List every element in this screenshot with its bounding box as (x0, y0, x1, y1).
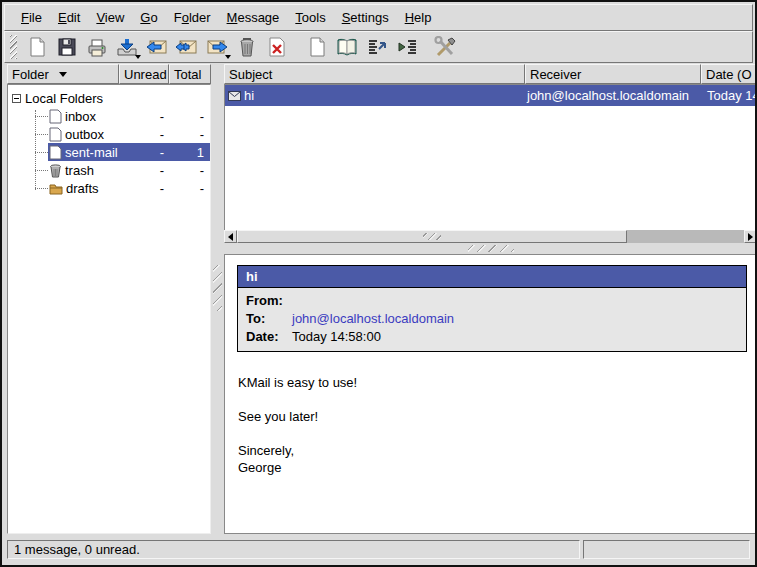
delete-icon (266, 36, 288, 58)
folder-pane-headers: Folder Unread Total (7, 64, 211, 84)
trash-icon (237, 36, 257, 58)
to-address-link[interactable]: john@localhost.localdomain (292, 312, 454, 326)
folder-item-outbox[interactable]: outbox - - (8, 125, 210, 143)
new-message-button[interactable] (22, 33, 52, 61)
save-button[interactable] (52, 33, 82, 61)
check-mail-button[interactable] (112, 33, 142, 61)
menu-view[interactable]: View (88, 7, 132, 28)
horizontal-splitter-handle[interactable] (224, 243, 757, 254)
toolbar (4, 31, 753, 63)
scrollbar-trough[interactable] (627, 230, 744, 243)
document-icon (49, 109, 62, 124)
forward-button[interactable] (202, 33, 232, 61)
statusbar: 1 message, 0 unread. (4, 536, 753, 563)
menu-settings[interactable]: Settings (334, 7, 397, 28)
mark-list-button[interactable] (362, 33, 392, 61)
envelope-icon (228, 91, 241, 101)
folder-tree: Local Folders inbox - - outbox - - (7, 84, 211, 534)
reply-all-button[interactable] (172, 33, 202, 61)
folder-item-drafts[interactable]: drafts - - (8, 179, 210, 197)
menu-tools[interactable]: Tools (287, 7, 333, 28)
menu-go[interactable]: Go (132, 7, 165, 28)
arrow-right-icon (748, 233, 753, 241)
folder-item-sent-mail[interactable]: sent-mail - 1 (8, 143, 210, 161)
folder-item-inbox[interactable]: inbox - - (8, 107, 210, 125)
menu-edit[interactable]: Edit (50, 7, 88, 28)
menu-folder[interactable]: Folder (166, 7, 219, 28)
configure-icon (433, 36, 457, 58)
new-page-icon (306, 36, 328, 58)
reply-all-icon (175, 36, 199, 58)
horizontal-scrollbar (224, 230, 757, 243)
new-page-button[interactable] (302, 33, 332, 61)
menu-help[interactable]: Help (397, 7, 440, 28)
menu-message[interactable]: Message (219, 7, 288, 28)
menubar: File Edit View Go Folder Message Tools S… (4, 4, 753, 31)
sort-arrow-icon (59, 72, 67, 77)
subject-column-header[interactable]: Subject (224, 64, 525, 84)
menu-file[interactable]: File (13, 7, 50, 28)
folder-column-header[interactable]: Folder (7, 64, 119, 84)
message-body: KMail is easy to use! See you later! Sin… (238, 374, 756, 476)
message-list-pane: Subject Receiver Date (O hi john@localho… (224, 64, 757, 243)
scrollbar-grip-icon (423, 233, 441, 240)
to-label: To: (246, 312, 292, 326)
status-message-panel: 1 message, 0 unread. (7, 540, 580, 559)
message-subject-title: hi (238, 266, 746, 288)
print-button[interactable] (82, 33, 112, 61)
date-column-header[interactable]: Date (O (701, 64, 757, 84)
reply-icon (145, 36, 169, 58)
address-book-icon (335, 36, 359, 58)
folder-root-local-folders[interactable]: Local Folders (8, 89, 210, 107)
scroll-right-button[interactable] (744, 230, 757, 243)
print-icon (86, 36, 108, 58)
check-mail-dropdown-caret[interactable] (135, 55, 141, 59)
configure-button[interactable] (430, 33, 460, 61)
date-label: Date: (246, 330, 292, 344)
splitter-grip-icon (468, 245, 514, 252)
arrow-left-icon (228, 233, 233, 241)
mark-list-icon (366, 36, 388, 58)
trash-icon (49, 163, 62, 178)
unread-column-header[interactable]: Unread (119, 64, 169, 84)
total-column-header[interactable]: Total (169, 64, 211, 84)
date-value: Today 14:58:00 (292, 330, 381, 344)
jump-list-button[interactable] (392, 33, 422, 61)
address-book-button[interactable] (332, 33, 362, 61)
jump-list-icon (396, 36, 418, 58)
message-preview-pane: hi From: To: john@localhost.localdomain … (224, 254, 757, 534)
status-secondary-panel (583, 540, 750, 559)
message-list-headers: Subject Receiver Date (O (224, 64, 757, 84)
from-label: From: (246, 294, 292, 308)
folder-pane: Folder Unread Total Local Folders inbox … (7, 64, 211, 534)
tree-connector-line (35, 110, 36, 190)
trash-button[interactable] (232, 33, 262, 61)
folder-item-trash[interactable]: trash - - (8, 161, 210, 179)
message-header-box: hi From: To: john@localhost.localdomain … (237, 265, 747, 352)
vertical-splitter-handle[interactable] (213, 265, 222, 311)
message-row[interactable]: hi john@localhost.localdomain Today 14 (225, 85, 756, 106)
scrollbar-thumb[interactable] (237, 230, 627, 243)
message-list: hi john@localhost.localdomain Today 14 (224, 84, 757, 230)
forward-dropdown-caret[interactable] (225, 55, 231, 59)
save-icon (56, 36, 78, 58)
folder-icon (49, 182, 63, 195)
collapse-expander-icon[interactable] (12, 94, 21, 103)
toolbar-drag-handle[interactable] (10, 35, 17, 59)
scroll-left-button[interactable] (224, 230, 237, 243)
document-icon (49, 127, 62, 142)
kmail-window: File Edit View Go Folder Message Tools S… (0, 0, 757, 567)
receiver-column-header[interactable]: Receiver (525, 64, 701, 84)
delete-button[interactable] (262, 33, 292, 61)
reply-button[interactable] (142, 33, 172, 61)
new-message-icon (26, 36, 48, 58)
document-icon (49, 145, 62, 160)
